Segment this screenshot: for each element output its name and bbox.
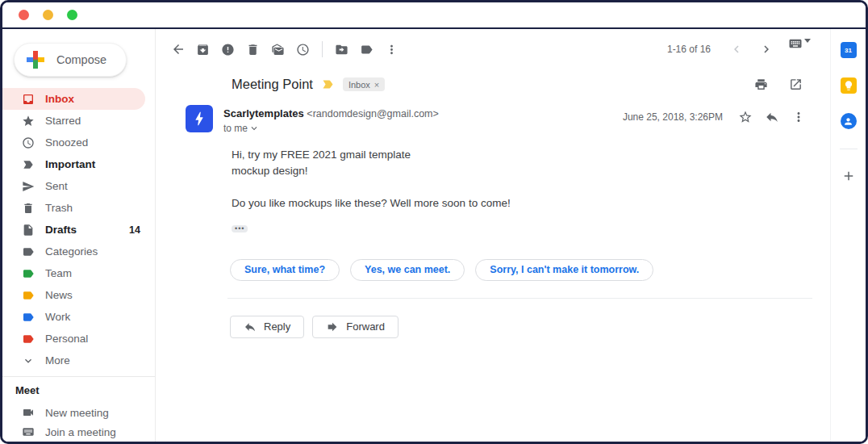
chevron-down-icon	[22, 354, 35, 367]
app-window: Compose Inbox Starred Snoozed Importan	[0, 0, 868, 444]
addons-rail: 31	[830, 29, 866, 442]
keyboard-icon	[22, 425, 35, 438]
keep-icon[interactable]	[841, 77, 857, 94]
sidebar-item-categories[interactable]: Categories	[2, 241, 145, 262]
message-date: June 25, 2018, 3:26PM	[623, 111, 723, 123]
remove-label-icon[interactable]: ×	[374, 80, 379, 90]
sidebar-item-label: Important	[45, 158, 95, 170]
caret-down-icon	[804, 39, 811, 43]
reply-button[interactable]: Reply	[230, 316, 304, 338]
message-more-icon[interactable]	[791, 110, 806, 124]
smart-reply-chip[interactable]: Sorry, I can't make it tomorrow.	[475, 259, 653, 281]
smart-reply-chip[interactable]: Yes, we can meet.	[350, 259, 465, 281]
toolbar-divider	[322, 41, 323, 57]
sidebar-item-label: Drafts	[45, 224, 77, 236]
maximize-window-button[interactable]	[67, 10, 77, 20]
person-icon	[843, 116, 853, 127]
print-icon[interactable]	[754, 77, 768, 91]
window-titlebar	[2, 2, 866, 29]
mail-toolbar: 1-16 of 16	[156, 29, 830, 66]
sidebar-item-label: New meeting	[45, 407, 109, 419]
sidebar-item-label: Trash	[45, 202, 73, 214]
smart-reply-chip[interactable]: Sure, what time?	[230, 259, 340, 281]
sender-avatar[interactable]	[186, 105, 213, 132]
message-header: Scarlytemplates <randomdesign@gmail.com>…	[156, 95, 830, 134]
clock-icon	[22, 136, 35, 149]
star-message-icon[interactable]	[738, 110, 753, 124]
sidebar-item-snoozed[interactable]: Snoozed	[2, 132, 145, 153]
sender-email: <randomdesign@gmail.com>	[307, 108, 438, 119]
sidebar-nav: Inbox Starred Snoozed Important Sent	[2, 88, 155, 371]
inbox-label-chip[interactable]: Inbox ×	[343, 77, 385, 91]
label-icon	[22, 245, 35, 258]
videocam-icon	[22, 406, 35, 419]
sidebar-item-label: Snoozed	[45, 136, 88, 149]
compose-button[interactable]: Compose	[14, 43, 127, 77]
report-spam-button[interactable]	[215, 36, 240, 62]
contacts-icon[interactable]	[841, 113, 857, 129]
calendar-icon[interactable]: 31	[841, 42, 857, 58]
label-icon-yellow	[22, 289, 35, 302]
sidebar-item-inbox[interactable]: Inbox	[2, 88, 145, 110]
drafts-count-badge: 14	[129, 224, 145, 236]
message-body: Hi, try my FREE 2021 gmail template mock…	[156, 134, 830, 236]
sidebar-item-important[interactable]: Important	[2, 153, 145, 175]
sidebar-item-new-meeting[interactable]: New meeting	[2, 403, 145, 422]
meet-section-header: Meet	[2, 384, 155, 396]
archive-button[interactable]	[190, 36, 215, 62]
send-icon	[22, 180, 35, 193]
forward-button[interactable]: Forward	[312, 316, 399, 338]
delete-button[interactable]	[240, 36, 265, 62]
close-window-button[interactable]	[19, 10, 29, 20]
sidebar-item-drafts[interactable]: Drafts 14	[2, 219, 145, 241]
label-important-icon	[22, 158, 35, 171]
open-in-new-icon[interactable]	[789, 77, 803, 91]
pagination-count: 1-16 of 16	[667, 44, 711, 55]
trash-icon	[22, 202, 35, 215]
get-addons-button[interactable]	[841, 169, 856, 183]
move-to-button[interactable]	[329, 36, 354, 62]
lightbulb-icon	[843, 80, 854, 91]
reply-icon	[244, 320, 257, 333]
sidebar-item-work[interactable]: Work	[2, 306, 145, 328]
sidebar-item-more[interactable]: More	[2, 350, 145, 371]
star-icon	[22, 115, 35, 128]
main-content: 1-16 of 16 Meeting Point Inbox ×	[156, 29, 830, 442]
back-button[interactable]	[165, 36, 190, 62]
labels-button[interactable]	[354, 36, 379, 62]
snooze-button[interactable]	[290, 36, 315, 62]
show-trimmed-content-button[interactable]: •••	[232, 225, 248, 232]
rail-divider	[840, 149, 858, 149]
sidebar-item-label: Work	[45, 311, 70, 323]
more-options-button[interactable]	[379, 36, 404, 62]
sidebar-item-sent[interactable]: Sent	[2, 175, 145, 197]
sidebar-item-label: Inbox	[45, 93, 74, 105]
sidebar-item-trash[interactable]: Trash	[2, 197, 145, 219]
sidebar-item-news[interactable]: News	[2, 284, 145, 306]
recipient-details-toggle[interactable]: to me	[223, 123, 439, 134]
sidebar-item-label: Starred	[45, 115, 81, 127]
older-page-button[interactable]	[753, 36, 778, 62]
label-chip-text: Inbox	[348, 80, 370, 90]
sidebar-item-join-meeting[interactable]: Join a meeting	[2, 422, 145, 442]
smart-reply-row: Sure, what time? Yes, we can meet. Sorry…	[156, 236, 830, 281]
sidebar-item-label: Team	[45, 267, 72, 279]
minimize-window-button[interactable]	[43, 10, 53, 20]
sidebar: Compose Inbox Starred Snoozed Importan	[2, 29, 156, 442]
sidebar-item-personal[interactable]: Personal	[2, 328, 145, 350]
inbox-icon	[22, 93, 35, 106]
sidebar-item-starred[interactable]: Starred	[2, 110, 145, 132]
newer-page-button[interactable]	[724, 36, 749, 62]
caret-down-icon	[248, 123, 260, 134]
message-actions: Reply Forward	[156, 299, 830, 338]
input-tools-button[interactable]	[783, 36, 816, 62]
mark-unread-button[interactable]	[265, 36, 290, 62]
meet-section: Meet New meeting Join a meeting	[2, 376, 155, 442]
sidebar-item-label: Sent	[45, 180, 68, 192]
sidebar-item-label: Categories	[45, 245, 98, 258]
sidebar-item-team[interactable]: Team	[2, 262, 145, 284]
reply-icon[interactable]	[765, 110, 779, 124]
body-paragraph: Do you like mockups like these? Well mor…	[232, 195, 806, 212]
to-line-text: to me	[223, 123, 248, 134]
keyboard-icon	[788, 36, 803, 51]
